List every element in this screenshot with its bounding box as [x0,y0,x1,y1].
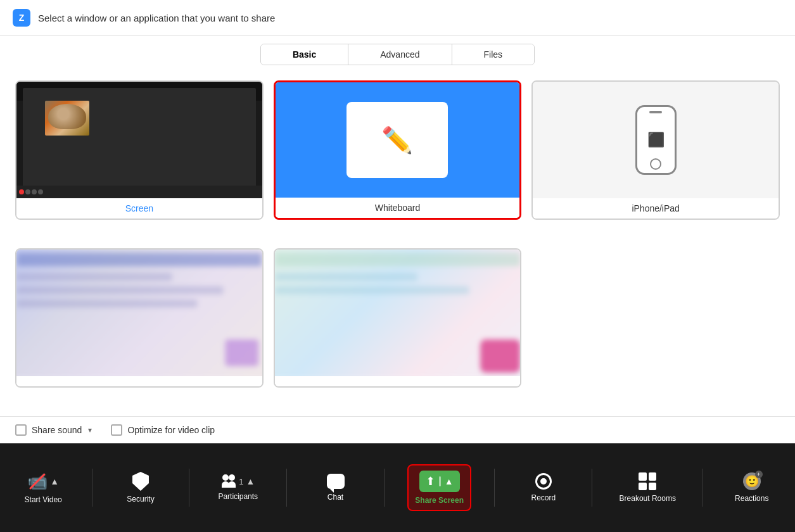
pencil-icon: ✏️ [381,125,413,155]
reactions-emoji-icon: 🙂 + [743,472,761,490]
tabs-container: Basic Advanced Files [260,44,535,65]
breakout-rooms-label: Breakout Rooms [620,494,676,503]
divider-4 [384,469,385,507]
person-body-2 [228,481,236,488]
start-video-inner: 📹 ▲ [27,472,59,491]
whiteboard-inner: ✏️ [347,102,448,178]
share-sound-checkbox[interactable] [15,424,27,436]
toolbar-dot-red [19,189,24,194]
tab-files[interactable]: Files [452,44,535,65]
participants-button[interactable]: 1 ▲ Participants [213,469,264,506]
share-screen-icon-bg: ⬆ ▲ [419,471,460,492]
breakout-square-3 [639,483,647,491]
pink-blob [480,339,520,373]
share-screen-inner: ⬆ ▲ [419,471,460,492]
security-shield-icon [132,472,149,491]
breakout-rooms-icon [639,472,656,490]
divider-1 [92,469,92,507]
app1-blur [16,250,262,376]
app2-card-label [275,376,521,386]
participants-label: Participants [218,492,258,501]
share-grid: Screen ✏️ Whiteboard ⬛ iPhone/iPad [0,70,795,416]
optimize-video-option[interactable]: Optimize for video clip [111,424,215,436]
optimize-video-label: Optimize for video clip [127,425,215,435]
whiteboard-preview: ✏️ [276,82,520,198]
video-icon-wrapper: 📹 [27,472,48,491]
toolbar-dot-1 [25,189,30,194]
divider-5 [494,469,495,507]
security-label: Security [127,495,154,504]
participants-count: 1 [239,477,243,486]
share-dialog: Z Select a window or an application that… [0,0,795,443]
chat-bubble-icon [327,474,345,489]
zoom-logo-letter: Z [19,13,25,23]
start-video-label: Start Video [25,495,62,504]
screen-card-label: Screen [16,198,262,218]
security-button[interactable]: Security [115,467,166,509]
reactions-label: Reactions [735,494,768,503]
participants-arrow[interactable]: ▲ [246,476,255,486]
divider-6 [592,469,592,507]
share-screen-divider [439,476,441,486]
app2-blur [275,250,521,376]
cast-icon: ⬛ [647,132,665,148]
app1-preview [16,250,262,376]
toolbar-dot-2 [32,189,37,194]
screen-toolbar [16,186,262,198]
reactions-plus-icon: + [755,471,763,478]
iphone-notch [649,111,662,113]
share-sound-dropdown-arrow[interactable]: ▾ [88,426,92,434]
start-video-arrow[interactable]: ▲ [50,476,59,486]
tabs-bar: Basic Advanced Files [0,36,795,70]
share-card-app1[interactable] [15,248,264,388]
zoom-logo: Z [13,9,30,27]
share-card-app2[interactable] [274,248,522,388]
share-sound-label: Share sound [32,425,82,435]
share-card-whiteboard[interactable]: ✏️ Whiteboard [274,80,522,220]
iphone-shape: ⬛ [635,105,677,175]
share-sound-option[interactable]: Share sound ▾ [15,424,92,436]
record-label: Record [531,493,556,502]
screen-inner [23,88,256,192]
share-screen-up-arrow-icon: ⬆ [426,474,435,488]
share-screen-label: Share Screen [415,496,464,505]
person-shape-2 [227,474,236,488]
person-head-2 [229,474,235,481]
whiteboard-card-label: Whiteboard [276,198,520,218]
breakout-square-1 [639,472,647,481]
record-button[interactable]: Record [518,468,569,507]
share-screen-dropdown-arrow[interactable]: ▲ [445,476,454,486]
share-screen-button[interactable]: ⬆ ▲ Share Screen [407,464,471,511]
iphone-home-button [650,158,661,170]
bottom-options: Share sound ▾ Optimize for video clip [0,416,795,443]
divider-7 [703,469,703,507]
divider-2 [189,469,189,507]
chat-button[interactable]: Chat [310,469,361,507]
chat-label: Chat [328,493,343,502]
dialog-header: Z Select a window or an application that… [0,0,795,36]
participants-inner: 1 ▲ [221,474,255,488]
screen-preview [16,82,262,198]
share-card-screen[interactable]: Screen [15,80,264,220]
toolbar-dot-3 [38,189,43,194]
share-card-iphone[interactable]: ⬛ iPhone/iPad [531,80,780,220]
reactions-button[interactable]: 🙂 + Reactions [727,467,777,508]
record-dot-icon [540,478,547,484]
start-video-button[interactable]: 📹 ▲ Start Video [18,467,68,509]
main-toolbar: 📹 ▲ Start Video Security 1 [0,443,795,532]
app2-preview [275,250,521,376]
breakout-rooms-button[interactable]: Breakout Rooms [616,467,680,508]
app2-content [275,250,521,376]
screen-dog-image [45,101,89,136]
tab-basic[interactable]: Basic [261,44,348,65]
breakout-square-4 [649,483,657,491]
record-circle-icon [535,473,552,490]
app1-content [16,250,262,376]
breakout-square-2 [649,472,657,481]
iphone-preview: ⬛ [533,82,779,198]
divider-3 [286,469,287,507]
iphone-card-label: iPhone/iPad [533,198,779,218]
participants-icon [221,474,236,488]
optimize-video-checkbox[interactable] [111,424,122,436]
tab-advanced[interactable]: Advanced [348,44,451,65]
